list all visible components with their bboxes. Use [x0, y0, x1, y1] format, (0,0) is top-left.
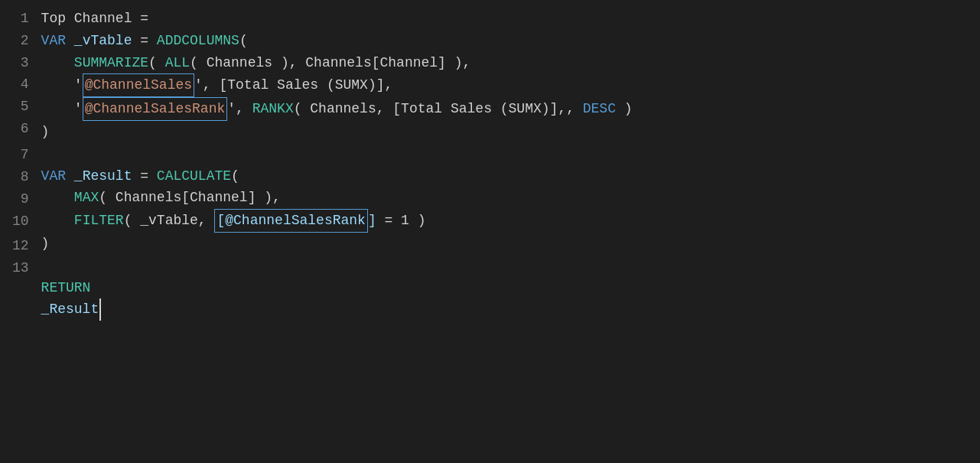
line-num-4: 4: [12, 73, 29, 96]
line-num-1: 1: [12, 8, 29, 30]
line-num-5: 5: [12, 96, 29, 118]
code-line-9: FILTER ( _vTable, [@ChannelSalesRank ] =…: [41, 209, 965, 233]
equals-1: =: [132, 30, 156, 52]
space: [66, 30, 74, 52]
indent-3: [41, 52, 74, 74]
rankx-fn: RANKX: [252, 98, 294, 120]
line-num-2: 2: [12, 30, 29, 52]
summarize-fn: SUMMARIZE: [74, 52, 148, 74]
line-num-6: 6: [12, 118, 29, 140]
code-line-10: ): [41, 233, 965, 255]
line-num-12: 12: [12, 235, 29, 257]
indent-8: [41, 187, 74, 209]
equals-2: =: [132, 165, 156, 187]
result-var: _Result: [74, 165, 132, 187]
line9-bracket-close: ]: [368, 210, 376, 232]
line-num-7b: 7: [12, 144, 29, 166]
code-line-1: Top Channel =: [41, 8, 965, 30]
line9-bracket-open: [@ChannelSalesRank: [214, 209, 367, 233]
channel-sales-string: @ChannelSales: [83, 73, 194, 97]
code-line-empty: [41, 143, 965, 165]
var-keyword-2: VAR: [41, 165, 66, 187]
desc-keyword: DESC: [583, 98, 616, 120]
line-num-3: 3: [12, 52, 29, 74]
line9-pre: ( _vTable,: [124, 210, 215, 232]
line4-rest: ', [Total Sales (SUMX)],: [194, 74, 392, 96]
code-editor: 1 2 3 4 5 6 7 8 9 10 12 13 Top Channel =…: [0, 0, 980, 463]
code-line-3: SUMMARIZE ( ALL ( Channels ), Channels[C…: [41, 52, 965, 74]
line8-rest: ( Channels[Channel] ),: [99, 187, 281, 209]
code-line-2: VAR _vTable = ADDCOLUMNS (: [41, 30, 965, 52]
indent-4: ': [41, 74, 83, 96]
filter-fn: FILTER: [74, 210, 124, 232]
all-fn: ALL: [165, 52, 190, 74]
code-line-5: ' @ChannelSalesRank ', RANKX ( Channels,…: [41, 97, 965, 121]
paren-1: (: [239, 30, 248, 52]
line-num-13: 13: [12, 257, 29, 279]
code-content[interactable]: Top Channel = VAR _vTable = ADDCOLUMNS (…: [41, 8, 980, 455]
return-keyword: RETURN: [41, 277, 91, 299]
line-num-10: 10: [12, 210, 29, 233]
addcolumns-fn: ADDCOLUMNS: [157, 30, 239, 52]
line5-end: ): [616, 98, 633, 120]
line5-comma: ',: [227, 98, 252, 120]
indent-5: ': [41, 98, 83, 120]
var-keyword-1: VAR: [41, 30, 66, 52]
paren-2: (: [148, 52, 165, 74]
line5-rest: ( Channels, [Total Sales (SUMX)],,: [294, 98, 583, 120]
indent-9: [41, 210, 74, 232]
cursor: [99, 298, 109, 321]
max-fn: MAX: [74, 187, 99, 209]
line10-paren: ): [41, 233, 50, 255]
code-line-8: MAX ( Channels[Channel] ),: [41, 187, 965, 209]
line6-paren: ): [41, 121, 50, 143]
calculate-fn: CALCULATE: [157, 165, 231, 187]
code-line-6: ): [41, 121, 965, 143]
channel-sales-rank-string: @ChannelSalesRank: [83, 97, 228, 121]
vTable-var: _vTable: [74, 30, 132, 52]
line9-end: = 1 ): [376, 210, 426, 232]
line1-text: Top Channel =: [41, 8, 148, 30]
code-line-4: ' @ChannelSales ', [Total Sales (SUMX)],: [41, 73, 965, 97]
result-return: _Result: [41, 298, 99, 321]
line-numbers: 1 2 3 4 5 6 7 8 9 10 12 13: [0, 8, 41, 455]
paren-7: (: [231, 165, 239, 187]
code-line-13: _Result: [41, 298, 965, 321]
space-2: [66, 165, 74, 187]
code-line-7: VAR _Result = CALCULATE (: [41, 165, 965, 187]
line-num-9: 9: [12, 188, 29, 210]
line-num-8: 8: [12, 166, 29, 188]
code-line-11: [41, 255, 965, 277]
code-line-12: RETURN: [41, 277, 965, 299]
line3-rest: ( Channels ), Channels[Channel] ),: [190, 52, 470, 74]
